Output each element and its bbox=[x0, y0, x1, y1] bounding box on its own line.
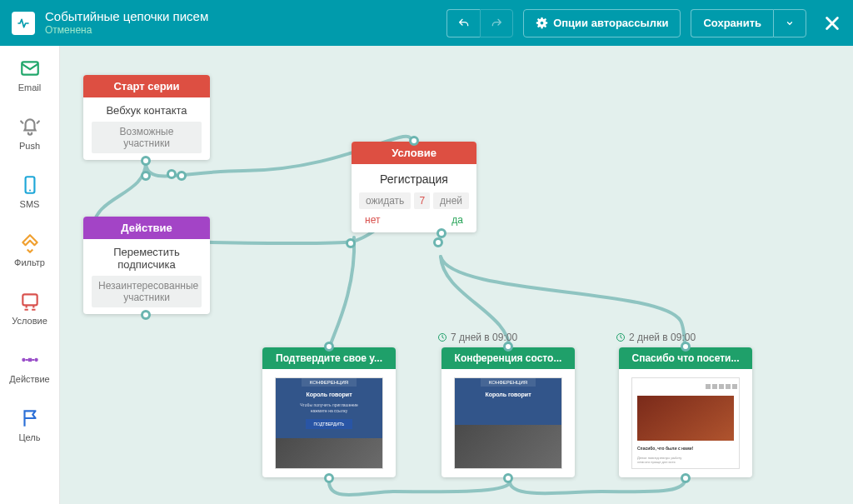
wait-row: ожидать 7 дней bbox=[360, 192, 468, 209]
connector-dot[interactable] bbox=[141, 156, 151, 166]
node-subtitle: Переместить подписчика bbox=[92, 246, 202, 271]
sidebar-label: SMS bbox=[20, 199, 40, 209]
clock-icon bbox=[616, 332, 626, 342]
sidebar-label: Условие bbox=[12, 316, 47, 326]
node-tag: Возможные участники bbox=[92, 122, 202, 153]
sidebar-item-email[interactable]: Email bbox=[0, 46, 59, 104]
condition-icon bbox=[19, 291, 41, 312]
connector-dot[interactable] bbox=[324, 473, 334, 483]
node-condition[interactable]: Условие Регистрация ожидать 7 дней нет д… bbox=[352, 142, 476, 232]
svg-point-2 bbox=[28, 189, 30, 191]
page-title: Событийные цепочки писем bbox=[45, 9, 208, 24]
node-email-confirm[interactable]: Подтвердите свое у... КОНФЕРЕНЦИЯ Король… bbox=[262, 347, 396, 477]
flow-canvas[interactable]: Старт серии Вебхук контакта Возможные уч… bbox=[60, 46, 853, 504]
connector-dot[interactable] bbox=[324, 342, 334, 352]
connector-dot[interactable] bbox=[167, 169, 177, 179]
undo-redo-group bbox=[446, 9, 513, 37]
sidebar-item-filter[interactable]: Фильтр bbox=[0, 221, 59, 279]
wait-unit: дней bbox=[433, 192, 469, 209]
wait-days: 7 bbox=[414, 192, 430, 209]
save-button[interactable]: Сохранить bbox=[691, 9, 773, 37]
connector-dot[interactable] bbox=[681, 473, 691, 483]
connector-dot[interactable] bbox=[141, 171, 151, 181]
connector-dot[interactable] bbox=[141, 310, 151, 320]
sidebar-item-condition[interactable]: Условие bbox=[0, 279, 59, 337]
undo-button[interactable] bbox=[446, 9, 480, 37]
options-label: Опции авторассылки bbox=[553, 17, 668, 29]
connector-dot[interactable] bbox=[503, 342, 513, 352]
tool-sidebar: Email Push SMS Фильтр Условие Действие Ц… bbox=[0, 46, 60, 504]
title-block: Событийные цепочки писем Отменена bbox=[45, 9, 208, 36]
connector-dot[interactable] bbox=[503, 473, 513, 483]
sidebar-label: Push bbox=[19, 141, 40, 151]
connector-dot-no[interactable] bbox=[346, 238, 356, 248]
sidebar-label: Фильтр bbox=[14, 257, 45, 267]
clock-icon bbox=[437, 332, 447, 342]
gear-icon bbox=[536, 17, 548, 29]
filter-icon bbox=[19, 232, 41, 254]
email-icon bbox=[19, 57, 41, 79]
flag-icon bbox=[19, 407, 41, 429]
node-title: Действие bbox=[83, 217, 210, 239]
save-group: Сохранить bbox=[691, 9, 806, 37]
sidebar-label: Email bbox=[18, 82, 42, 92]
status-label: Отменена bbox=[45, 24, 208, 36]
node-email-thanks[interactable]: Спасибо что посети... Спасибо, что были … bbox=[619, 347, 752, 477]
no-label: нет bbox=[365, 214, 380, 226]
svg-point-5 bbox=[34, 358, 37, 362]
connector-dot[interactable] bbox=[177, 171, 187, 181]
save-dropdown-button[interactable] bbox=[773, 9, 806, 37]
node-start[interactable]: Старт серии Вебхук контакта Возможные уч… bbox=[83, 75, 210, 160]
svg-point-4 bbox=[22, 358, 25, 362]
node-subtitle: Вебхук контакта bbox=[92, 104, 202, 117]
redo-button[interactable] bbox=[480, 9, 513, 37]
svg-rect-3 bbox=[22, 294, 37, 305]
email-preview: КОНФЕРЕНЦИЯ Король говорит bbox=[441, 369, 575, 477]
sidebar-item-goal[interactable]: Цель bbox=[0, 396, 59, 454]
sidebar-item-action[interactable]: Действие bbox=[0, 337, 59, 396]
sidebar-item-push[interactable]: Push bbox=[0, 104, 59, 162]
node-tag: Незаинтересованные участники bbox=[92, 276, 202, 307]
connector-dot[interactable] bbox=[433, 237, 443, 247]
phone-icon bbox=[19, 174, 41, 196]
close-button[interactable] bbox=[823, 14, 841, 32]
email-preview: Спасибо, что были с нами! Делая повседне… bbox=[619, 369, 752, 477]
sidebar-item-sms[interactable]: SMS bbox=[0, 162, 59, 221]
sidebar-label: Цель bbox=[18, 432, 40, 442]
options-button[interactable]: Опции авторассылки bbox=[523, 9, 681, 37]
wait-label: ожидать bbox=[359, 192, 411, 209]
app-logo bbox=[12, 12, 35, 35]
condition-name: Регистрация bbox=[360, 172, 468, 186]
action-icon bbox=[19, 349, 41, 371]
svg-rect-6 bbox=[27, 358, 31, 362]
node-action[interactable]: Действие Переместить подписчика Незаинте… bbox=[83, 217, 210, 314]
sidebar-label: Действие bbox=[9, 374, 49, 384]
node-email-conference[interactable]: Конференция состо... КОНФЕРЕНЦИЯ Король … bbox=[441, 347, 575, 477]
yes-label: да bbox=[451, 214, 463, 226]
node-title: Старт серии bbox=[83, 75, 210, 97]
connector-dot[interactable] bbox=[681, 342, 691, 352]
header-bar: Событийные цепочки писем Отменена Опции … bbox=[0, 0, 853, 46]
email-preview: КОНФЕРЕНЦИЯ Король говорит Чтобы получит… bbox=[262, 369, 396, 477]
bell-icon bbox=[19, 116, 41, 137]
connector-dot[interactable] bbox=[409, 136, 419, 146]
yes-no-row: нет да bbox=[360, 214, 468, 226]
